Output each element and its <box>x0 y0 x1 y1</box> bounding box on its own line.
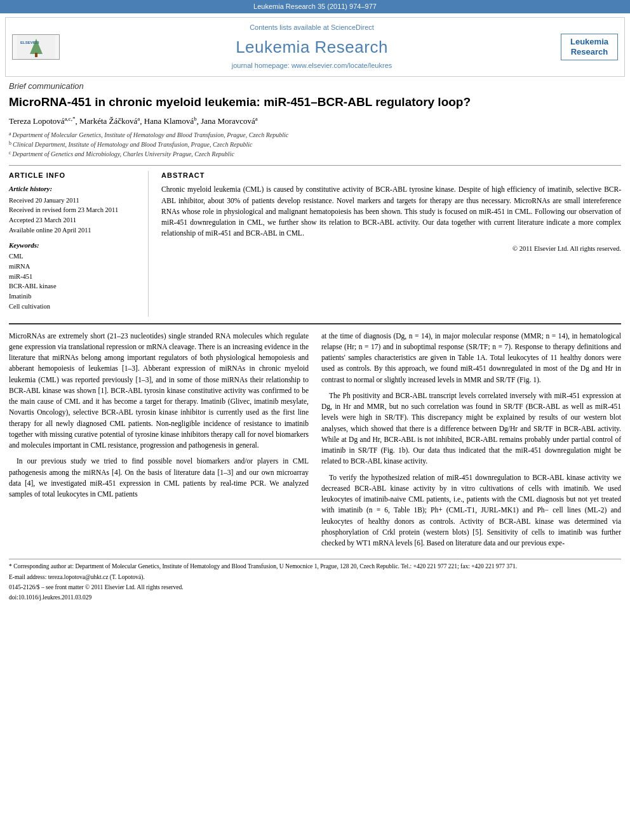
copyright-text: © 2011 Elsevier Ltd. All rights reserved… <box>161 244 621 254</box>
abstract-column: ABSTRACT Chronic myeloid leukemia (CML) … <box>161 171 621 317</box>
journal-badge-title: Leukemia Research <box>564 37 615 57</box>
abstract-text: Chronic myeloid leukemia (CML) is caused… <box>161 184 621 239</box>
elsevier-logo-area: ELSEVIER <box>12 34 63 60</box>
affiliations: a Department of Molecular Genetics, Inst… <box>9 130 621 159</box>
journal-citation-text: Leukemia Research 35 (2011) 974–977 <box>253 3 377 10</box>
article-history: Article history: Received 20 January 201… <box>9 184 140 235</box>
article-type: Brief communication <box>9 81 621 92</box>
revised-date: Received in revised form 23 March 2011 <box>9 205 140 215</box>
footnote-issn: 0145-2126/$ – see front matter © 2011 El… <box>9 583 621 592</box>
journal-title: Leukemia Research <box>63 36 561 58</box>
accepted-date: Accepted 23 March 2011 <box>9 215 140 225</box>
body-para-3: at the time of diagnosis (Dg, n = 14), i… <box>321 331 621 385</box>
article-info-column: ARTICLE INFO Article history: Received 2… <box>9 171 149 317</box>
footnote-area: * Corresponding author at: Department of… <box>9 559 621 602</box>
sciencedirect-text: Contents lists available at ScienceDirec… <box>63 23 561 32</box>
affiliation-c: c Department of Genetics and Microbiolog… <box>9 149 621 159</box>
affiliation-b: b Clinical Department, Institute of Hema… <box>9 140 621 149</box>
article-main: Brief communication MicroRNA-451 in chro… <box>5 81 625 603</box>
article-info-label: ARTICLE INFO <box>9 171 140 180</box>
received-date: Received 20 January 2011 <box>9 196 140 206</box>
keyword-mirna: miRNA <box>9 262 140 272</box>
affiliation-a: a Department of Molecular Genetics, Inst… <box>9 130 621 140</box>
journal-badge: Leukemia Research <box>561 34 618 60</box>
abstract-label: ABSTRACT <box>161 171 621 180</box>
journal-citation-bar: Leukemia Research 35 (2011) 974–977 <box>0 0 630 13</box>
keyword-mir451: miR-451 <box>9 272 140 282</box>
keyword-cell: Cell cultivation <box>9 302 140 312</box>
info-abstract-section: ARTICLE INFO Article history: Received 2… <box>9 165 621 317</box>
svg-rect-3 <box>35 53 37 57</box>
body-para-5: To verify the hypothesized relation of m… <box>321 472 621 549</box>
section-divider <box>9 323 621 324</box>
footnote-doi: doi:10.1016/j.leukres.2011.03.029 <box>9 593 621 602</box>
body-column-left: MicroRNAs are extremely short (21–23 nuc… <box>9 331 309 554</box>
keyword-imatinib: Imatinib <box>9 291 140 302</box>
journal-header-center: Contents lists available at ScienceDirec… <box>63 23 561 70</box>
elsevier-tree-icon: ELSEVIER <box>17 35 55 59</box>
journal-homepage-link[interactable]: journal homepage: www.elsevier.com/locat… <box>63 61 561 70</box>
keyword-bcrabl: BCR-ABL kinase <box>9 281 140 291</box>
journal-header: ELSEVIER Contents lists available at Sci… <box>5 17 625 76</box>
footnote-corresponding: * Corresponding author at: Department of… <box>9 562 621 571</box>
body-para-1: MicroRNAs are extremely short (21–23 nuc… <box>9 331 309 451</box>
body-columns: MicroRNAs are extremely short (21–23 nuc… <box>9 331 621 554</box>
keyword-cml: CML <box>9 251 140 262</box>
body-para-2: In our previous study we tried to find p… <box>9 456 309 500</box>
online-date: Available online 20 April 2011 <box>9 225 140 236</box>
footnote-email: E-mail address: tereza.lopotova@uhkt.cz … <box>9 573 621 582</box>
history-label: Article history: <box>9 184 140 194</box>
article-title: MicroRNA-451 in chronic myeloid leukemia… <box>9 95 621 110</box>
elsevier-logo-box: ELSEVIER <box>12 34 60 60</box>
body-para-4: The Ph positivity and BCR-ABL transcript… <box>321 390 621 467</box>
keywords-label: Keywords: <box>9 241 140 250</box>
body-column-right: at the time of diagnosis (Dg, n = 14), i… <box>321 331 621 554</box>
authors-line: Tereza Lopotováa,c,*, Markéta Žáčkováa, … <box>9 115 621 128</box>
keywords-section: Keywords: CML miRNA miR-451 BCR-ABL kina… <box>9 241 140 312</box>
